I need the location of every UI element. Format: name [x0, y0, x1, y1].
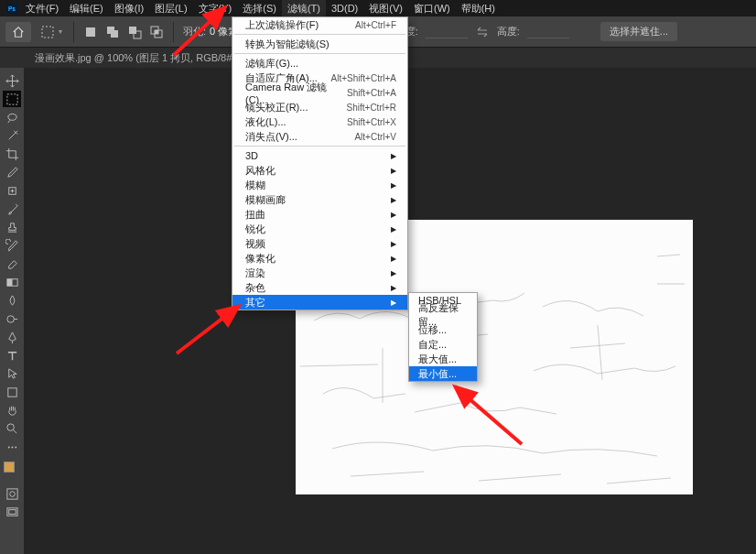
wand-tool[interactable] — [3, 127, 21, 144]
filter-menu-item[interactable]: 扭曲▶ — [232, 207, 407, 222]
tool-column — [0, 68, 24, 554]
zoom-tool[interactable] — [3, 420, 21, 437]
menu-layer[interactable]: 图层(L) — [149, 0, 192, 17]
pen-tool[interactable] — [3, 329, 21, 345]
menu-type[interactable]: 文字(Y) — [193, 0, 238, 17]
filter-menu-item[interactable]: Camera Raw 滤镜(C)...Shift+Ctrl+A — [232, 85, 407, 100]
filter-menu-item[interactable]: 风格化▶ — [232, 163, 407, 178]
swap-wh-icon[interactable] — [473, 23, 491, 41]
stamp-tool[interactable] — [3, 219, 21, 235]
svg-rect-24 — [8, 509, 16, 514]
width-input[interactable] — [426, 26, 468, 38]
svg-text:Ps: Ps — [8, 5, 16, 12]
color-swatch[interactable] — [4, 462, 20, 478]
shape-tool[interactable] — [3, 384, 21, 400]
svg-rect-16 — [7, 387, 16, 396]
filter-menu-item[interactable]: 模糊画廊▶ — [232, 192, 407, 207]
other-submenu: HSB/HSL高反差保留...位移...自定...最大值...最小值... — [408, 292, 478, 382]
select-and-mask-button[interactable]: 选择并遮住... — [600, 22, 677, 41]
filter-dropdown-menu: 上次滤镜操作(F)Alt+Ctrl+F转换为智能滤镜(S)滤镜库(G)...自适… — [232, 16, 408, 310]
menu-view[interactable]: 视图(V) — [363, 0, 408, 17]
hand-tool[interactable] — [3, 402, 21, 418]
menu-3d[interactable]: 3D(D) — [326, 1, 363, 16]
app-logo-icon: Ps — [4, 2, 20, 15]
path-select-tool[interactable] — [3, 365, 21, 382]
filter-menu-item[interactable]: 模糊▶ — [232, 178, 407, 192]
marquee-tool[interactable] — [3, 91, 21, 107]
filter-menu-item[interactable]: 液化(L)...Shift+Ctrl+X — [232, 114, 407, 129]
filter-menu-item[interactable]: 消失点(V)...Alt+Ctrl+V — [232, 129, 407, 144]
brush-tool[interactable] — [3, 201, 21, 217]
healing-tool[interactable] — [3, 182, 21, 199]
selection-new-icon[interactable] — [81, 23, 100, 41]
filter-menu-item[interactable]: 转换为智能滤镜(S) — [232, 37, 407, 51]
selection-add-icon[interactable] — [103, 23, 122, 41]
filter-menu-item[interactable]: 滤镜库(G)... — [232, 56, 407, 71]
svg-rect-3 — [86, 27, 95, 37]
eraser-tool[interactable] — [3, 255, 21, 272]
eyedropper-tool[interactable] — [3, 164, 21, 180]
svg-rect-2 — [42, 27, 53, 38]
menu-file[interactable]: 文件(F) — [20, 0, 64, 17]
menu-filter[interactable]: 滤镜(T) — [282, 0, 326, 17]
selection-subtract-icon[interactable] — [125, 23, 144, 41]
svg-rect-10 — [155, 30, 158, 34]
history-brush-tool[interactable] — [3, 237, 21, 254]
home-button[interactable] — [5, 22, 31, 42]
filter-menu-item[interactable]: 上次滤镜操作(F)Alt+Ctrl+F — [232, 17, 407, 32]
svg-point-20 — [15, 446, 16, 448]
menu-select[interactable]: 选择(S) — [237, 0, 282, 17]
svg-point-22 — [9, 491, 15, 496]
svg-rect-14 — [6, 278, 12, 286]
selection-intersect-icon[interactable] — [147, 23, 166, 41]
svg-point-17 — [6, 423, 14, 430]
height-input[interactable] — [527, 26, 569, 38]
filter-menu-item[interactable]: 3D▶ — [232, 148, 407, 163]
other-submenu-item[interactable]: 最大值... — [409, 352, 477, 366]
document-tab-title: 漫画效果.jpg @ 100% (图层 1 拷贝, RGB/8#) * — [35, 51, 242, 65]
filter-menu-item[interactable]: 其它▶ — [232, 295, 407, 310]
gradient-tool[interactable] — [3, 274, 21, 290]
svg-point-19 — [11, 446, 13, 448]
svg-rect-11 — [6, 93, 16, 103]
lasso-tool[interactable] — [3, 109, 21, 125]
document-tab[interactable]: 漫画效果.jpg @ 100% (图层 1 拷贝, RGB/8#) * × — [26, 48, 263, 68]
crop-tool[interactable] — [3, 146, 21, 162]
svg-rect-6 — [129, 27, 136, 34]
filter-menu-item[interactable]: 像素化▶ — [232, 251, 407, 266]
menu-help[interactable]: 帮助(H) — [456, 0, 501, 17]
svg-rect-5 — [111, 30, 118, 38]
svg-point-18 — [7, 446, 9, 448]
menu-bar: Ps 文件(F) 编辑(E) 图像(I) 图层(L) 文字(Y) 选择(S) 滤… — [0, 0, 756, 16]
other-submenu-item[interactable]: 自定... — [409, 337, 477, 352]
filter-menu-item[interactable]: 视频▶ — [232, 236, 407, 251]
menu-image[interactable]: 图像(I) — [109, 0, 149, 17]
menu-window[interactable]: 窗口(W) — [408, 0, 456, 17]
menu-edit[interactable]: 编辑(E) — [64, 0, 109, 17]
svg-rect-21 — [6, 488, 16, 498]
feather-label: 羽化: — [183, 25, 206, 38]
filter-menu-item[interactable]: 锐化▶ — [232, 222, 407, 236]
svg-point-15 — [6, 315, 14, 322]
other-submenu-item[interactable]: 最小值... — [409, 366, 477, 381]
filter-menu-item[interactable]: 渲染▶ — [232, 266, 407, 280]
blur-tool[interactable] — [3, 292, 21, 309]
other-submenu-item[interactable]: 高反差保留... — [409, 308, 477, 322]
dodge-tool[interactable] — [3, 310, 21, 327]
more-tools[interactable] — [3, 439, 21, 455]
quick-mask-icon[interactable] — [3, 485, 21, 502]
height-label: 高度: — [497, 25, 520, 38]
move-tool[interactable] — [3, 72, 21, 89]
marquee-tool-icon[interactable] — [38, 23, 57, 41]
screen-mode-icon[interactable] — [3, 504, 21, 520]
type-tool[interactable] — [3, 347, 21, 364]
filter-menu-item[interactable]: 杂色▶ — [232, 280, 407, 295]
